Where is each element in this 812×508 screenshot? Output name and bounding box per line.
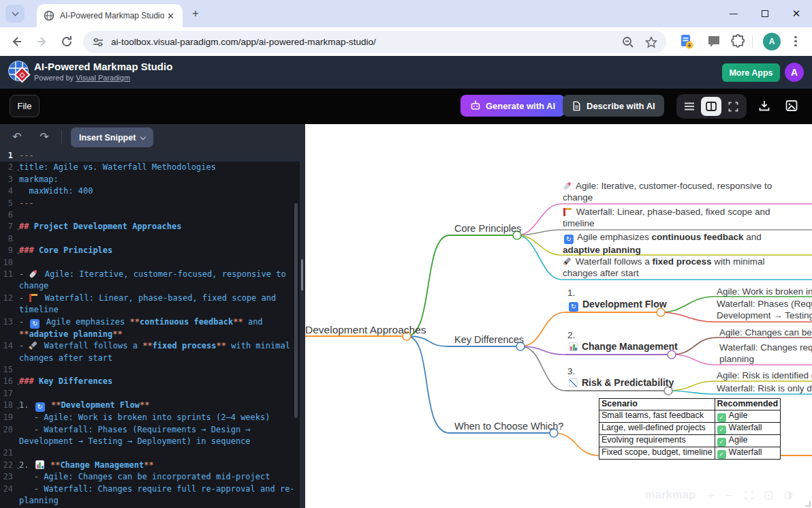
window-close-button[interactable]: ✕ <box>786 0 807 27</box>
app-header: AI-Powered Markmap Studio Powered by Vis… <box>0 56 812 89</box>
mindmap-branch-when-to-choose[interactable]: When to Choose Which? <box>454 421 563 432</box>
scenario-cell: Small teams, fast feedback <box>599 410 715 422</box>
editor-line-19[interactable]: 19 - Agile: Work is broken into sprints … <box>0 412 300 423</box>
window-maximize-button[interactable] <box>755 0 775 27</box>
counterclockwise-arrows-icon <box>569 302 578 312</box>
fold-chevron-icon[interactable]: ⌄ <box>16 401 20 413</box>
download-icon[interactable] <box>758 99 771 113</box>
editor-line-14[interactable]: 14- Waterfall follows a **fixed process*… <box>0 340 300 364</box>
page-save-extension-icon[interactable] <box>678 33 695 50</box>
mindmap-preview-pane[interactable]: Development Approaches Core Principles K… <box>305 124 812 508</box>
export-image-icon[interactable] <box>785 99 798 113</box>
window-minimize-button[interactable] <box>723 0 744 27</box>
zoom-out-icon[interactable]: − <box>725 490 734 500</box>
mindmap-node-change-management[interactable]: Change Management <box>567 341 678 352</box>
feedback-bubble-icon[interactable] <box>706 33 722 50</box>
divider-handle-icon[interactable] <box>301 259 303 290</box>
mindmap-leaf-waterfall-linear[interactable]: Waterfall: Linear, phase-based, fixed sc… <box>563 206 798 229</box>
mindmap-node-risk-predictability[interactable]: Risk & Predictability <box>567 377 674 388</box>
table-row: Fixed scope, budget, timelineWaterfall <box>599 447 781 459</box>
mindmap-child[interactable]: Agile: Risk is identified ea <box>717 370 812 381</box>
editor-line-8[interactable]: 8 <box>0 233 300 245</box>
forward-icon[interactable] <box>35 35 49 48</box>
visual-paradigm-link[interactable]: Visual Paradigm <box>76 74 130 82</box>
editor-line-6[interactable]: 6 <box>0 209 300 221</box>
file-menu-button[interactable]: File <box>10 95 40 117</box>
tab-close-icon[interactable]: ✕ <box>166 11 176 21</box>
fullscreen-view-button[interactable] <box>723 97 744 116</box>
browser-tab[interactable]: AI-Powered Markmap Studio ✕ <box>37 4 183 27</box>
scenario-cell: Evolving requirements <box>599 434 715 447</box>
editor-line-10[interactable]: 10 <box>0 257 300 269</box>
mindmap-leaf-waterfall-process[interactable]: Waterfall follows a fixed process with m… <box>563 256 798 279</box>
generate-with-ai-button[interactable]: Generate with AI <box>460 95 565 117</box>
mindmap-branch-key-differences[interactable]: Key Differences <box>454 334 524 345</box>
mindmap-child[interactable]: Agile: Work is broken into s <box>717 286 812 297</box>
back-icon[interactable] <box>10 35 23 48</box>
chevron-down-icon <box>140 134 146 139</box>
editor-line-5[interactable]: 5--- <box>0 198 300 209</box>
url-text[interactable]: ai-toolbox.visual-paradigm.com/app/ai-po… <box>111 37 621 47</box>
mindmap-leaf-agile-feedback[interactable]: Agile emphasizes continuous feedback and… <box>563 231 798 256</box>
editor-line-3[interactable]: 3markmap: <box>0 174 300 185</box>
editor-line-24[interactable]: 24 - Waterfall: Changes require full re-… <box>0 483 300 507</box>
zoom-out-icon[interactable] <box>621 35 635 49</box>
editor-line-13[interactable]: 13- Agile emphasizes **continuous feedba… <box>0 316 300 340</box>
zoom-in-icon[interactable]: + <box>707 490 715 500</box>
bookmark-star-icon[interactable] <box>644 35 658 49</box>
url-bar[interactable]: ai-toolbox.visual-paradigm.com/app/ai-po… <box>83 31 666 53</box>
insert-snippet-button[interactable]: Insert Snippet <box>71 128 153 147</box>
mindmap-branch-core-principles[interactable]: Core Principles <box>454 223 521 234</box>
browser-profile-avatar[interactable]: A <box>763 33 781 50</box>
mindmap-root-node[interactable]: Development Approaches <box>305 324 426 336</box>
pane-divider[interactable] <box>300 124 305 508</box>
check-mark-icon <box>717 425 726 434</box>
editor-line-21[interactable]: 21 <box>0 447 300 459</box>
dark-mode-icon[interactable] <box>784 491 793 500</box>
editor-line-22[interactable]: 22⌄2. **Change Management** <box>0 460 300 471</box>
editor-only-view-button[interactable] <box>679 97 700 116</box>
editor-line-9[interactable]: 9⌄### Core Principles <box>0 245 300 256</box>
editor-line-4[interactable]: 4 maxWidth: 400 <box>0 185 300 197</box>
describe-with-ai-button[interactable]: Describe with AI <box>563 95 664 117</box>
mindmap-child[interactable]: Waterfall: Risk is only dis <box>717 383 812 394</box>
tab-search-button[interactable] <box>5 5 25 23</box>
split-view-button[interactable] <box>701 97 721 116</box>
split-view-icon <box>706 102 717 111</box>
recommended-cell: Waterfall <box>715 422 781 434</box>
site-info-icon[interactable] <box>92 36 104 48</box>
editor-line-15[interactable]: 15 <box>0 364 300 376</box>
rocket-icon <box>563 181 572 191</box>
editor-line-2[interactable]: 2⌄title: Agile vs. Waterfall Methodologi… <box>0 162 300 173</box>
editor-line-20[interactable]: 20 - Waterfall: Phases (Requirements → D… <box>0 424 300 448</box>
undo-icon[interactable]: ↶ <box>10 130 25 144</box>
fit-view-icon[interactable] <box>745 491 753 500</box>
mindmap-leaf-agile-iterative[interactable]: Agile: Iterative, customer-focused, resp… <box>563 180 798 203</box>
browser-menu-icon[interactable] <box>794 34 797 48</box>
mindmap-node-development-flow[interactable]: Development Flow <box>567 299 667 312</box>
editor-scrollbar[interactable] <box>294 203 298 418</box>
editor-line-12[interactable]: 12- Waterfall: Linear, phase-based, fixe… <box>0 293 300 316</box>
recurse-icon[interactable] <box>764 491 773 500</box>
reload-icon[interactable] <box>60 35 74 48</box>
editor-line-11[interactable]: 11- Agile: Iterative, customer-focused, … <box>0 269 300 293</box>
editor-line-7[interactable]: 7⌄## Project Development Approaches <box>0 221 300 233</box>
redo-icon[interactable]: ↷ <box>37 130 52 144</box>
mindmap-child[interactable]: Agile: Changes can be i <box>719 327 812 338</box>
editor-line-23[interactable]: 23 - Agile: Changes can be incorporated … <box>0 471 300 483</box>
mindmap-child[interactable]: Waterfall: Changes requplanning <box>719 342 812 365</box>
pencil-icon <box>563 257 572 266</box>
mindmap-child[interactable]: Waterfall: Phases (RequireDevelopment → … <box>717 298 812 321</box>
editor-toolbar-divider <box>61 130 62 144</box>
check-mark-icon <box>717 438 726 447</box>
editor-line-17[interactable]: 17 <box>0 388 300 400</box>
user-avatar[interactable]: A <box>785 63 804 82</box>
editor-line-1[interactable]: 1--- <box>0 150 300 162</box>
new-tab-button[interactable]: + <box>192 7 199 20</box>
robot-icon <box>470 100 481 111</box>
extensions-puzzle-icon[interactable] <box>730 33 747 50</box>
more-apps-button[interactable]: More Apps <box>722 63 780 82</box>
editor-line-16[interactable]: 16⌄### Key Differences <box>0 376 300 387</box>
code-editor[interactable]: 1---2⌄title: Agile vs. Waterfall Methodo… <box>0 150 300 508</box>
editor-line-18[interactable]: 18⌄1. **Development Flow** <box>0 400 300 412</box>
